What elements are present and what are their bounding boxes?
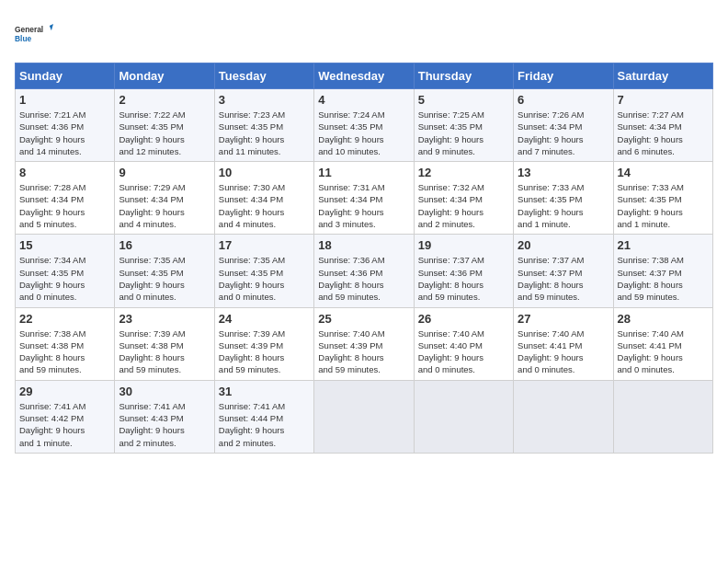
calendar-cell: 14Sunrise: 7:33 AMSunset: 4:35 PMDayligh… xyxy=(613,162,712,235)
calendar-cell: 11Sunrise: 7:31 AMSunset: 4:34 PMDayligh… xyxy=(314,162,414,235)
week-row-2: 8Sunrise: 7:28 AMSunset: 4:34 PMDaylight… xyxy=(16,162,713,235)
day-number: 11 xyxy=(318,166,409,179)
calendar-cell: 2Sunrise: 7:22 AMSunset: 4:35 PMDaylight… xyxy=(115,89,214,162)
logo: General Blue xyxy=(15,15,53,53)
calendar-cell: 4Sunrise: 7:24 AMSunset: 4:35 PMDaylight… xyxy=(314,89,414,162)
calendar-cell: 21Sunrise: 7:38 AMSunset: 4:37 PMDayligh… xyxy=(613,235,712,307)
calendar-cell: 12Sunrise: 7:32 AMSunset: 4:34 PMDayligh… xyxy=(414,162,513,235)
day-number: 5 xyxy=(418,93,509,107)
cell-info: Sunrise: 7:39 AMSunset: 4:38 PMDaylight:… xyxy=(119,327,210,376)
col-header-friday: Friday xyxy=(514,63,613,89)
calendar-cell: 13Sunrise: 7:33 AMSunset: 4:35 PMDayligh… xyxy=(514,162,613,235)
day-number: 21 xyxy=(618,238,709,252)
calendar-cell: 6Sunrise: 7:26 AMSunset: 4:34 PMDaylight… xyxy=(514,89,613,162)
cell-info: Sunrise: 7:37 AMSunset: 4:37 PMDaylight:… xyxy=(518,254,609,303)
day-number: 14 xyxy=(618,166,709,179)
day-number: 24 xyxy=(219,312,310,326)
cell-info: Sunrise: 7:35 AMSunset: 4:35 PMDaylight:… xyxy=(219,254,310,303)
logo-svg: General Blue xyxy=(15,15,53,53)
calendar-cell: 19Sunrise: 7:37 AMSunset: 4:36 PMDayligh… xyxy=(414,235,513,307)
col-header-wednesday: Wednesday xyxy=(314,63,414,89)
day-number: 28 xyxy=(618,312,709,326)
col-header-sunday: Sunday xyxy=(16,63,115,89)
calendar-cell: 8Sunrise: 7:28 AMSunset: 4:34 PMDaylight… xyxy=(16,162,115,235)
day-number: 2 xyxy=(119,93,210,107)
week-row-4: 22Sunrise: 7:38 AMSunset: 4:38 PMDayligh… xyxy=(16,307,713,380)
cell-info: Sunrise: 7:40 AMSunset: 4:40 PMDaylight:… xyxy=(418,327,509,376)
day-number: 7 xyxy=(618,93,709,107)
col-header-tuesday: Tuesday xyxy=(214,63,313,89)
day-number: 13 xyxy=(518,166,609,179)
cell-info: Sunrise: 7:22 AMSunset: 4:35 PMDaylight:… xyxy=(119,109,210,157)
day-number: 23 xyxy=(119,312,210,326)
calendar-cell: 30Sunrise: 7:41 AMSunset: 4:43 PMDayligh… xyxy=(115,380,214,453)
day-number: 27 xyxy=(518,312,609,326)
cell-info: Sunrise: 7:37 AMSunset: 4:36 PMDaylight:… xyxy=(418,254,509,303)
cell-info: Sunrise: 7:24 AMSunset: 4:35 PMDaylight:… xyxy=(318,109,409,157)
day-number: 3 xyxy=(219,93,310,107)
calendar-cell: 23Sunrise: 7:39 AMSunset: 4:38 PMDayligh… xyxy=(115,307,214,380)
day-number: 22 xyxy=(19,312,110,326)
calendar-cell: 5Sunrise: 7:25 AMSunset: 4:35 PMDaylight… xyxy=(414,89,513,162)
col-header-monday: Monday xyxy=(115,63,214,89)
calendar-cell: 10Sunrise: 7:30 AMSunset: 4:34 PMDayligh… xyxy=(214,162,313,235)
day-number: 18 xyxy=(318,238,409,252)
cell-info: Sunrise: 7:35 AMSunset: 4:35 PMDaylight:… xyxy=(119,254,210,303)
cell-info: Sunrise: 7:21 AMSunset: 4:36 PMDaylight:… xyxy=(19,109,110,157)
cell-info: Sunrise: 7:32 AMSunset: 4:34 PMDaylight:… xyxy=(418,181,509,230)
cell-info: Sunrise: 7:33 AMSunset: 4:35 PMDaylight:… xyxy=(618,181,709,230)
calendar-cell: 3Sunrise: 7:23 AMSunset: 4:35 PMDaylight… xyxy=(214,89,313,162)
calendar-cell: 7Sunrise: 7:27 AMSunset: 4:34 PMDaylight… xyxy=(613,89,712,162)
cell-info: Sunrise: 7:26 AMSunset: 4:34 PMDaylight:… xyxy=(518,109,609,157)
cell-info: Sunrise: 7:41 AMSunset: 4:43 PMDaylight:… xyxy=(119,400,210,449)
calendar-cell: 31Sunrise: 7:41 AMSunset: 4:44 PMDayligh… xyxy=(214,380,313,453)
calendar-cell: 16Sunrise: 7:35 AMSunset: 4:35 PMDayligh… xyxy=(115,235,214,307)
header: General Blue xyxy=(15,15,713,53)
calendar-table: SundayMondayTuesdayWednesdayThursdayFrid… xyxy=(15,63,713,454)
calendar-cell: 18Sunrise: 7:36 AMSunset: 4:36 PMDayligh… xyxy=(314,235,414,307)
calendar-cell xyxy=(414,380,513,453)
day-number: 30 xyxy=(119,385,210,398)
cell-info: Sunrise: 7:25 AMSunset: 4:35 PMDaylight:… xyxy=(418,109,509,157)
calendar-cell xyxy=(613,380,712,453)
cell-info: Sunrise: 7:27 AMSunset: 4:34 PMDaylight:… xyxy=(618,109,709,157)
col-header-saturday: Saturday xyxy=(613,63,712,89)
day-number: 4 xyxy=(318,93,409,107)
cell-info: Sunrise: 7:38 AMSunset: 4:37 PMDaylight:… xyxy=(618,254,709,303)
calendar-cell: 25Sunrise: 7:40 AMSunset: 4:39 PMDayligh… xyxy=(314,307,414,380)
day-number: 10 xyxy=(219,166,310,179)
week-row-3: 15Sunrise: 7:34 AMSunset: 4:35 PMDayligh… xyxy=(16,235,713,307)
day-number: 1 xyxy=(19,93,110,107)
day-header-row: SundayMondayTuesdayWednesdayThursdayFrid… xyxy=(16,63,713,89)
calendar-cell: 22Sunrise: 7:38 AMSunset: 4:38 PMDayligh… xyxy=(16,307,115,380)
day-number: 9 xyxy=(119,166,210,179)
cell-info: Sunrise: 7:40 AMSunset: 4:39 PMDaylight:… xyxy=(318,327,409,376)
day-number: 20 xyxy=(518,238,609,252)
calendar-cell xyxy=(314,380,414,453)
day-number: 6 xyxy=(518,93,609,107)
calendar-cell: 24Sunrise: 7:39 AMSunset: 4:39 PMDayligh… xyxy=(214,307,313,380)
calendar-cell: 26Sunrise: 7:40 AMSunset: 4:40 PMDayligh… xyxy=(414,307,513,380)
svg-text:General: General xyxy=(15,25,43,34)
svg-marker-2 xyxy=(50,24,53,30)
cell-info: Sunrise: 7:31 AMSunset: 4:34 PMDaylight:… xyxy=(318,181,409,230)
cell-info: Sunrise: 7:39 AMSunset: 4:39 PMDaylight:… xyxy=(219,327,310,376)
day-number: 12 xyxy=(418,166,509,179)
calendar-cell: 15Sunrise: 7:34 AMSunset: 4:35 PMDayligh… xyxy=(16,235,115,307)
cell-info: Sunrise: 7:36 AMSunset: 4:36 PMDaylight:… xyxy=(318,254,409,303)
cell-info: Sunrise: 7:34 AMSunset: 4:35 PMDaylight:… xyxy=(19,254,110,303)
calendar-cell: 1Sunrise: 7:21 AMSunset: 4:36 PMDaylight… xyxy=(16,89,115,162)
cell-info: Sunrise: 7:23 AMSunset: 4:35 PMDaylight:… xyxy=(219,109,310,157)
day-number: 31 xyxy=(219,385,310,398)
calendar-cell: 20Sunrise: 7:37 AMSunset: 4:37 PMDayligh… xyxy=(514,235,613,307)
cell-info: Sunrise: 7:33 AMSunset: 4:35 PMDaylight:… xyxy=(518,181,609,230)
day-number: 19 xyxy=(418,238,509,252)
cell-info: Sunrise: 7:29 AMSunset: 4:34 PMDaylight:… xyxy=(119,181,210,230)
cell-info: Sunrise: 7:28 AMSunset: 4:34 PMDaylight:… xyxy=(19,181,110,230)
calendar-cell: 28Sunrise: 7:40 AMSunset: 4:41 PMDayligh… xyxy=(613,307,712,380)
day-number: 25 xyxy=(318,312,409,326)
day-number: 15 xyxy=(19,238,110,252)
calendar-cell xyxy=(514,380,613,453)
day-number: 16 xyxy=(119,238,210,252)
svg-text:Blue: Blue xyxy=(15,34,31,43)
